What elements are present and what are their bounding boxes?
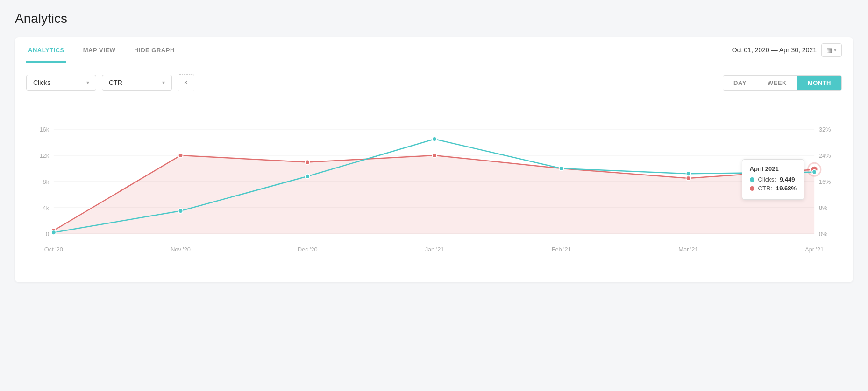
controls-row: Clicks ▾ CTR ▾ × DAY WEEK MONTH bbox=[15, 63, 853, 98]
calendar-icon: ▦ bbox=[826, 47, 832, 54]
svg-text:12k: 12k bbox=[40, 152, 50, 159]
metric2-dropdown[interactable]: CTR ▾ bbox=[102, 75, 172, 91]
svg-point-34 bbox=[432, 137, 437, 141]
period-day-button[interactable]: DAY bbox=[723, 76, 757, 90]
svg-point-26 bbox=[432, 153, 437, 158]
remove-filter-button[interactable]: × bbox=[178, 74, 194, 91]
tab-hide-graph[interactable]: HIDE GRAPH bbox=[132, 37, 177, 63]
calendar-button[interactable]: ▦ ▾ bbox=[821, 43, 842, 57]
analytics-card: ANALYTICS MAP VIEW HIDE GRAPH Oct 01, 20… bbox=[15, 37, 853, 282]
tab-map-view[interactable]: MAP VIEW bbox=[81, 37, 118, 63]
svg-text:0%: 0% bbox=[819, 230, 827, 237]
tab-analytics[interactable]: ANALYTICS bbox=[26, 37, 66, 63]
svg-text:Jan '21: Jan '21 bbox=[425, 246, 444, 253]
svg-point-28 bbox=[686, 176, 690, 181]
chart-area: 0 4k 8k 12k 16k 0% 8% 16% 24% 32% Oct '2… bbox=[15, 98, 853, 271]
svg-point-36 bbox=[686, 171, 690, 176]
metric2-chevron-icon: ▾ bbox=[162, 79, 165, 86]
svg-text:24%: 24% bbox=[819, 152, 831, 159]
svg-text:8k: 8k bbox=[43, 178, 50, 185]
svg-text:Dec '20: Dec '20 bbox=[298, 246, 318, 253]
svg-marker-22 bbox=[54, 155, 814, 234]
chart-container: 0 4k 8k 12k 16k 0% 8% 16% 24% 32% Oct '2… bbox=[26, 103, 842, 271]
date-range: Oct 01, 2020 — Apr 30, 2021 bbox=[732, 46, 817, 54]
svg-text:0: 0 bbox=[46, 230, 49, 237]
metric1-label: Clicks bbox=[33, 79, 50, 86]
metric1-chevron-icon: ▾ bbox=[86, 79, 89, 86]
svg-point-25 bbox=[305, 160, 310, 165]
svg-text:Feb '21: Feb '21 bbox=[552, 246, 571, 253]
tabs-left: ANALYTICS MAP VIEW HIDE GRAPH bbox=[26, 37, 177, 63]
svg-text:Nov '20: Nov '20 bbox=[171, 246, 191, 253]
tabs-header: ANALYTICS MAP VIEW HIDE GRAPH Oct 01, 20… bbox=[15, 37, 853, 63]
svg-point-31 bbox=[51, 230, 56, 235]
metric2-label: CTR bbox=[109, 79, 122, 86]
svg-text:16k: 16k bbox=[40, 126, 50, 133]
tabs-right: Oct 01, 2020 — Apr 30, 2021 ▦ ▾ bbox=[732, 43, 842, 57]
svg-point-32 bbox=[178, 209, 183, 213]
svg-point-37 bbox=[812, 170, 817, 175]
calendar-chevron-icon: ▾ bbox=[834, 47, 837, 53]
chart-svg: 0 4k 8k 12k 16k 0% 8% 16% 24% 32% Oct '2… bbox=[26, 103, 842, 271]
period-month-button[interactable]: MONTH bbox=[797, 76, 841, 90]
filters-left: Clicks ▾ CTR ▾ × bbox=[26, 74, 194, 91]
page-title: Analytics bbox=[15, 11, 853, 26]
svg-point-33 bbox=[305, 174, 310, 179]
svg-point-24 bbox=[178, 153, 183, 158]
svg-text:8%: 8% bbox=[819, 204, 827, 211]
svg-text:4k: 4k bbox=[43, 204, 50, 211]
close-icon: × bbox=[184, 78, 188, 87]
svg-point-35 bbox=[559, 166, 564, 171]
metric1-dropdown[interactable]: Clicks ▾ bbox=[26, 75, 96, 91]
svg-text:Apr '21: Apr '21 bbox=[805, 246, 824, 253]
svg-text:32%: 32% bbox=[819, 126, 831, 133]
svg-text:16%: 16% bbox=[819, 178, 831, 185]
period-week-button[interactable]: WEEK bbox=[757, 76, 797, 90]
svg-text:Oct '20: Oct '20 bbox=[44, 246, 63, 253]
period-toggle: DAY WEEK MONTH bbox=[723, 75, 842, 91]
svg-text:Mar '21: Mar '21 bbox=[678, 246, 698, 253]
